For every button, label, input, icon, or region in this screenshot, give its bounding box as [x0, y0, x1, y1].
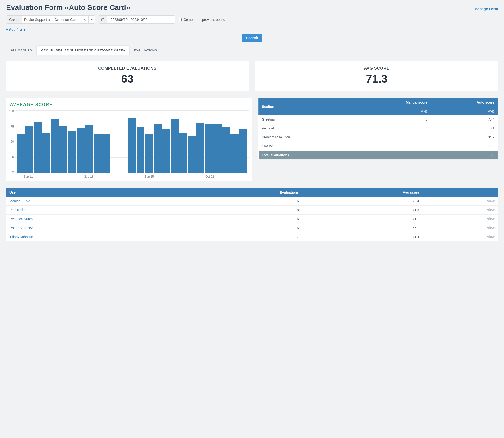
- chart-bar: [42, 133, 50, 173]
- add-filters-link[interactable]: + Add filters: [6, 28, 26, 31]
- y-tick: 25: [11, 155, 14, 158]
- chart-bar: [68, 131, 76, 173]
- chart-bar: [171, 119, 178, 173]
- date-range-picker[interactable]: 2023/09/10 - 2023/10/06: [99, 15, 175, 24]
- manual-avg: 0: [353, 124, 431, 133]
- svg-rect-0: [102, 19, 104, 21]
- user-link[interactable]: Roger Sanchez: [10, 226, 33, 230]
- chart-bar: [136, 127, 144, 173]
- compare-checkbox-input[interactable]: [178, 18, 182, 21]
- view-link[interactable]: View: [487, 226, 494, 230]
- user-evals: 8: [167, 206, 302, 215]
- avg-score-label: AVG SCORE: [260, 66, 493, 71]
- auto-avg: 100: [431, 142, 498, 151]
- compare-checkbox-label: Compare to previous period: [184, 18, 225, 22]
- clear-icon[interactable]: ✕: [81, 16, 88, 23]
- view-link[interactable]: View: [487, 235, 494, 239]
- avg-score-value: 71.3: [260, 72, 493, 85]
- total-manual: 0: [353, 151, 431, 160]
- chart-title: AVERAGE SCORE: [9, 102, 249, 107]
- col-view: [423, 188, 498, 197]
- total-label: Total evaluations: [259, 151, 353, 160]
- manual-avg: 0: [353, 115, 431, 124]
- auto-avg: 70.4: [431, 115, 498, 124]
- x-tick: Sep 11: [24, 175, 33, 178]
- chart-bar: [197, 123, 204, 173]
- user-evals: 16: [167, 197, 302, 206]
- auto-avg: 94.7: [431, 133, 498, 142]
- chart-bar: [230, 134, 239, 173]
- view-link[interactable]: View: [487, 217, 494, 221]
- user-avg: 66.1: [302, 223, 423, 232]
- chart-bar: [222, 127, 230, 173]
- chart-bar: [34, 122, 42, 173]
- chart-bar: [188, 136, 196, 173]
- chart-bar: [213, 124, 221, 173]
- user-evals: 7: [167, 232, 302, 241]
- user-link[interactable]: Tiffany Johnson: [10, 235, 33, 239]
- y-tick: 100: [9, 110, 14, 113]
- user-avg: 71.4: [302, 232, 423, 241]
- y-tick: 0: [12, 170, 14, 174]
- tab-eval[interactable]: EVALUATIONS: [130, 45, 162, 55]
- chart-bar: [205, 124, 213, 173]
- tab-group[interactable]: GROUP «DEALER SUPPORT AND CUSTOMER CARE»: [36, 45, 130, 55]
- x-tick: Sep 18: [84, 175, 93, 178]
- user-link[interactable]: Paul Keller: [10, 208, 26, 212]
- manage-form-link[interactable]: Manage Form: [474, 7, 498, 11]
- table-row: Roger Sanchez1666.1View: [6, 223, 498, 232]
- chevron-down-icon[interactable]: ▼: [88, 16, 95, 23]
- avg-score-card: AVG SCORE 71.3: [255, 61, 498, 91]
- chart-bar: [239, 130, 247, 173]
- user-avg: 71.1: [302, 215, 423, 223]
- manual-avg: 0: [353, 133, 431, 142]
- section-name: Greeting: [259, 115, 353, 124]
- compare-period-checkbox[interactable]: Compare to previous period: [178, 18, 225, 22]
- auto-avg: 31: [431, 124, 498, 133]
- plus-icon: +: [6, 28, 8, 31]
- chart-bar: [94, 134, 102, 173]
- chart-bar: [154, 124, 162, 173]
- chart-bar: [17, 134, 25, 173]
- completed-evaluations-card: COMPLETED EVALUATIONS 63: [6, 61, 249, 91]
- user-evals: 16: [167, 215, 302, 223]
- tab-all[interactable]: ALL GROUPS: [6, 45, 36, 55]
- calendar-icon: [99, 16, 107, 23]
- y-tick: 75: [11, 125, 14, 128]
- group-filter-value: Dealer Support and Customer Care: [22, 16, 81, 23]
- search-button[interactable]: Search: [241, 34, 263, 42]
- x-tick: Oct 02: [205, 175, 214, 178]
- user-link[interactable]: Monica Burke: [10, 199, 30, 203]
- group-filter[interactable]: Group Dealer Support and Customer Care ✕…: [6, 15, 95, 24]
- table-row: Greeting070.4: [259, 115, 498, 124]
- col-auto-avg: Avg: [431, 107, 498, 115]
- chart-bar: [59, 126, 67, 173]
- chart-bar: [51, 119, 59, 173]
- chart-bar: [162, 130, 170, 173]
- user-avg: 76.4: [302, 197, 423, 206]
- view-link[interactable]: View: [487, 208, 494, 212]
- x-tick: Sep 25: [145, 175, 154, 178]
- manual-avg: 0: [353, 142, 431, 151]
- col-manual-avg: Avg: [353, 107, 431, 115]
- chart-bar: [85, 125, 93, 173]
- col-auto: Auto score: [431, 98, 498, 107]
- col-manual: Manual score: [353, 98, 431, 107]
- chart-bar: [128, 118, 136, 173]
- col-section: Section: [259, 98, 353, 115]
- chart-bar: [179, 133, 187, 173]
- chart-bar: [77, 128, 85, 173]
- table-row: Verification031: [259, 124, 498, 133]
- section-name: Problem resolution: [259, 133, 353, 142]
- table-row: Monica Burke1676.4View: [6, 197, 498, 206]
- view-link[interactable]: View: [487, 199, 494, 203]
- completed-value: 63: [11, 72, 244, 85]
- col-avg-score: Avg score: [302, 188, 423, 197]
- user-link[interactable]: Rebecca Nunez: [10, 217, 33, 221]
- table-row: Problem resolution094.7: [259, 133, 498, 142]
- section-name: Verification: [259, 124, 353, 133]
- date-range-value: 2023/09/10 - 2023/10/06: [107, 16, 175, 23]
- total-row: Total evaluations063: [259, 151, 498, 160]
- user-score-table: User Evaluations Avg score Monica Burke1…: [6, 188, 498, 241]
- section-score-table: Section Manual score Auto score Avg Avg …: [258, 98, 498, 160]
